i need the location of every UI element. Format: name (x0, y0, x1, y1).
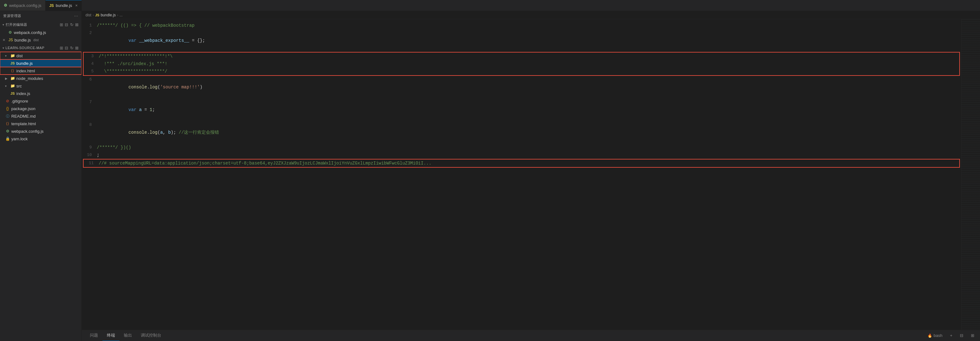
minimap-content (961, 19, 980, 330)
code-line-9: 9 /******/ })() (82, 144, 961, 151)
open-editor-bundle-name: bundle.js (14, 38, 31, 43)
tree-item-bundle-js[interactable]: JS bundle.js (0, 59, 81, 67)
layout-icon: ⊞ (971, 333, 974, 338)
breadcrumb-js-icon: JS (95, 13, 99, 17)
bottom-tab-terminal[interactable]: 终端 (102, 330, 119, 341)
bash-status[interactable]: 🔥 bash (926, 333, 944, 338)
readme-label: README.md (11, 114, 35, 119)
yarn-lock-icon: 🔒 (5, 137, 10, 141)
code-line-10: 10 ; (82, 151, 961, 159)
bash-fire-icon: 🔥 (928, 333, 932, 338)
node-modules-icon: 📁 (10, 76, 15, 81)
tree-item-dist[interactable]: ▾ 📁 dist (0, 52, 81, 59)
bottom-tab-debug-console[interactable]: 调试控制台 (137, 330, 165, 341)
bundle-close-x[interactable]: ✕ (3, 38, 7, 42)
minimap (961, 19, 980, 330)
tree-item-package-json[interactable]: {} package.json (0, 105, 81, 112)
code-line-1: 1 /******/ (() => { // webpackBootstrap (82, 22, 961, 29)
code-line-11: 11 //# sourceMappingURL=data:application… (84, 159, 959, 167)
learn-refresh-icon[interactable]: ↻ (70, 46, 74, 50)
bottom-tab-output[interactable]: 输出 (119, 330, 137, 341)
code-line-3: 3 /*!**********************!*\ (84, 53, 959, 60)
tree-item-index-js[interactable]: JS index.js (0, 90, 81, 97)
index-html-tree-label: index.html (16, 69, 35, 73)
learn-section-label: LEARN-SOURCE-MAP (6, 46, 45, 50)
line-content-5: \**********************/ (99, 68, 959, 75)
sidebar-header: 资源管理器 ··· (0, 11, 81, 21)
template-html-label: template.html (11, 121, 36, 126)
line-content-7: var a = 1; (97, 99, 961, 121)
tab-bar: ⚙ webpack.config.js JS bundle.js ✕ (0, 0, 980, 11)
learn-section-header[interactable]: ▾ LEARN-SOURCE-MAP ⊞ ⊟ ↻ ⊠ (0, 44, 81, 52)
src-label: src (16, 84, 22, 88)
tree-item-node-modules[interactable]: ▶ 📁 node_modules (0, 75, 81, 82)
bash-label: bash (934, 333, 942, 338)
tab-close-button[interactable]: ✕ (75, 4, 78, 7)
breadcrumb-dist: dist (86, 13, 91, 17)
line-num-11: 11 (84, 159, 99, 167)
tree-item-readme[interactable]: ⓘ README.md (0, 112, 81, 120)
bundle-js-tree-icon: JS (10, 61, 15, 65)
code-area[interactable]: 1 /******/ (() => { // webpackBootstrap … (82, 19, 961, 330)
line-num-9: 9 (82, 144, 97, 151)
open-editors-section: ▾ 打开的编辑器 ⊞ ⊟ ↻ ⊠ ⚙ webpack.config.js ✕ J… (0, 21, 81, 44)
bundle-tab-icon: JS (49, 3, 54, 8)
open-editor-bundle[interactable]: ✕ JS bundle.js dist (0, 36, 81, 44)
editor-main: 1 /******/ (() => { // webpackBootstrap … (82, 19, 980, 330)
line-num-3: 3 (84, 53, 99, 60)
open-editor-webpack[interactable]: ⚙ webpack.config.js (0, 29, 81, 36)
sidebar-title: 资源管理器 (3, 14, 21, 18)
open-editors-label: 打开的编辑器 (6, 22, 27, 27)
tab-bundle-js[interactable]: JS bundle.js ✕ (46, 0, 82, 11)
line-content-1: /******/ (() => { // webpackBootstrap (97, 22, 961, 29)
webpack-config-tree-label: webpack.config.js (11, 129, 44, 134)
open-editors-header[interactable]: ▾ 打开的编辑器 ⊞ ⊟ ↻ ⊠ (0, 21, 81, 29)
node-modules-label: node_modules (16, 76, 43, 81)
collapse-icon[interactable]: ⊠ (75, 22, 79, 27)
learn-section-icons: ⊞ ⊟ ↻ ⊠ (60, 46, 79, 50)
src-arrow: ▾ (5, 84, 9, 88)
line-content-4: !*** ./src/index.js ***! (99, 60, 959, 68)
learn-new-file-icon[interactable]: ⊞ (60, 46, 64, 50)
dist-folder-icon: 📁 (10, 54, 15, 58)
editor-container: dist › JS bundle.js › ... 1 /******/ (()… (82, 11, 980, 341)
tree-item-src[interactable]: ▾ 📁 src (0, 82, 81, 90)
bottom-tab-problems[interactable]: 问题 (86, 330, 102, 341)
line-content-10: ; (97, 151, 961, 159)
webpack-tab-icon: ⚙ (4, 3, 7, 8)
tree-item-template-html[interactable]: ⟨⟩ template.html (0, 120, 81, 127)
new-folder-icon[interactable]: ⊟ (65, 22, 68, 27)
breadcrumb-dots: ... (119, 13, 123, 17)
tree-item-yarn-lock[interactable]: 🔒 yarn.lock (0, 135, 81, 142)
learn-new-folder-icon[interactable]: ⊟ (65, 46, 68, 50)
learn-collapse-icon[interactable]: ⊠ (75, 46, 79, 50)
code-line-5: 5 \**********************/ (84, 68, 959, 75)
line-num-5: 5 (84, 68, 99, 75)
line-content-3: /*!**********************!*\ (99, 53, 959, 60)
tree-item-webpack-config[interactable]: ⚙ webpack.config.js (0, 127, 81, 135)
open-editors-icons: ⊞ ⊟ ↻ ⊠ (60, 22, 79, 27)
tree-item-index-html[interactable]: ⟨⟩ index.html (0, 67, 81, 75)
bundle-file-icon: JS (8, 38, 13, 42)
tab-webpack-config[interactable]: ⚙ webpack.config.js (0, 0, 46, 11)
sidebar-more-icon[interactable]: ··· (74, 13, 78, 18)
line-num-10: 10 (82, 151, 97, 159)
tree-item-gitignore[interactable]: ⊘ .gitignore (0, 97, 81, 105)
node-modules-arrow: ▶ (5, 77, 9, 80)
split-terminal-button[interactable]: ⊟ (958, 333, 965, 338)
line-content-9: /******/ })() (97, 144, 961, 151)
new-file-icon[interactable]: ⊞ (60, 22, 64, 27)
open-editor-webpack-name: webpack.config.js (14, 30, 46, 35)
dist-label: dist (16, 54, 22, 58)
index-js-label: index.js (16, 91, 30, 96)
bottom-tab-terminal-label: 终端 (107, 333, 115, 338)
code-line-7: 7 var a = 1; (82, 99, 961, 121)
layout-button[interactable]: ⊞ (969, 333, 976, 338)
code-line-2: 2 var __webpack_exports__ = {}; (82, 29, 961, 52)
line-num-7: 7 (82, 99, 97, 106)
refresh-icon[interactable]: ↻ (70, 22, 74, 27)
line-content-6: console.log('source map!!!') (97, 76, 961, 99)
add-terminal-button[interactable]: + (948, 333, 954, 338)
src-folder-icon: 📁 (10, 84, 15, 88)
template-html-icon: ⟨⟩ (5, 121, 10, 126)
